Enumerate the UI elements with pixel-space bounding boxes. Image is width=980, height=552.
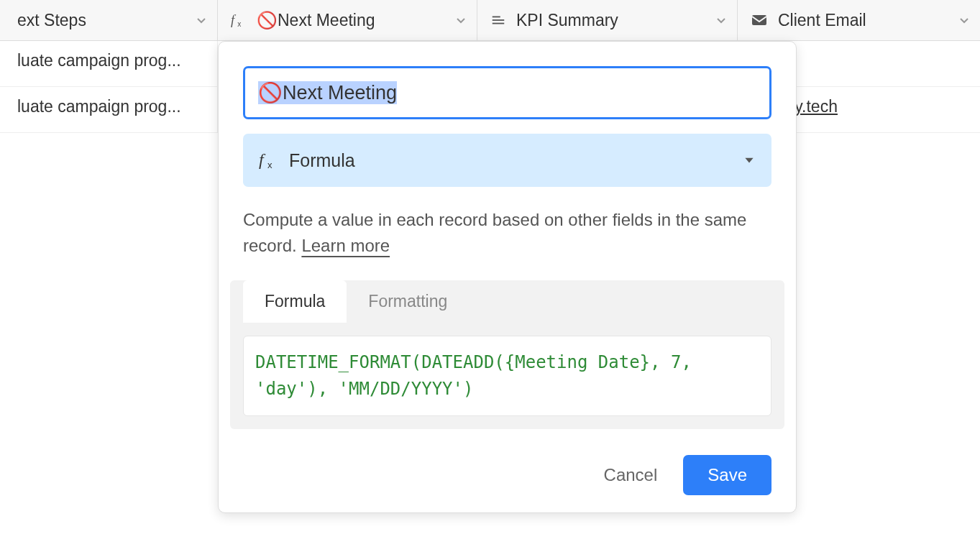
long-text-icon — [490, 12, 506, 28]
email-icon — [751, 13, 768, 27]
svg-rect-5 — [752, 15, 766, 25]
formula-icon: fx — [259, 151, 278, 170]
svg-text:x: x — [267, 160, 273, 170]
field-config-dialog: fx Formula Compute a value in each recor… — [218, 41, 797, 513]
field-config-tabs: Formula Formatting — [230, 280, 784, 323]
column-label: ext Steps — [17, 11, 86, 30]
column-label: KPI Summary — [516, 11, 618, 30]
formula-panel: DATETIME_FORMAT(DATEADD({Meeting Date}, … — [230, 323, 784, 429]
dialog-actions: Cancel Save — [243, 455, 771, 495]
chevron-down-icon[interactable] — [958, 14, 970, 26]
learn-more-link[interactable]: Learn more — [301, 236, 390, 255]
field-name-input[interactable] — [243, 66, 771, 119]
svg-text:x: x — [237, 20, 241, 28]
column-label: Client Email — [778, 11, 866, 30]
field-type-description: Compute a value in each record based on … — [243, 207, 771, 259]
cell-next-steps[interactable]: luate campaign prog... — [0, 87, 218, 132]
column-header-kpi-summary[interactable]: KPI Summary — [477, 0, 738, 40]
field-type-select[interactable]: fx Formula — [243, 134, 771, 187]
column-header-client-email[interactable]: Client Email — [738, 0, 980, 40]
chevron-down-icon[interactable] — [455, 14, 467, 26]
chevron-down-icon[interactable] — [743, 154, 756, 167]
svg-text:f: f — [231, 13, 237, 27]
column-header-next-steps[interactable]: ext Steps — [0, 0, 218, 40]
formula-editor[interactable]: DATETIME_FORMAT(DATEADD({Meeting Date}, … — [243, 336, 771, 416]
tab-formula[interactable]: Formula — [243, 280, 347, 323]
field-type-label: Formula — [289, 150, 355, 171]
tab-formatting[interactable]: Formatting — [347, 280, 469, 323]
chevron-down-icon[interactable] — [715, 14, 727, 26]
column-label: 🚫Next Meeting — [257, 11, 375, 30]
column-headers: ext Steps fx 🚫Next Meeting KPI Summary C… — [0, 0, 980, 41]
svg-text:f: f — [259, 151, 266, 169]
chevron-down-icon[interactable] — [196, 14, 207, 26]
formula-icon: fx — [231, 12, 247, 28]
cell-next-steps[interactable]: luate campaign prog... — [0, 41, 218, 86]
column-header-next-meeting[interactable]: fx 🚫Next Meeting — [218, 0, 477, 40]
save-button[interactable]: Save — [683, 455, 771, 495]
cancel-button[interactable]: Cancel — [598, 456, 664, 494]
